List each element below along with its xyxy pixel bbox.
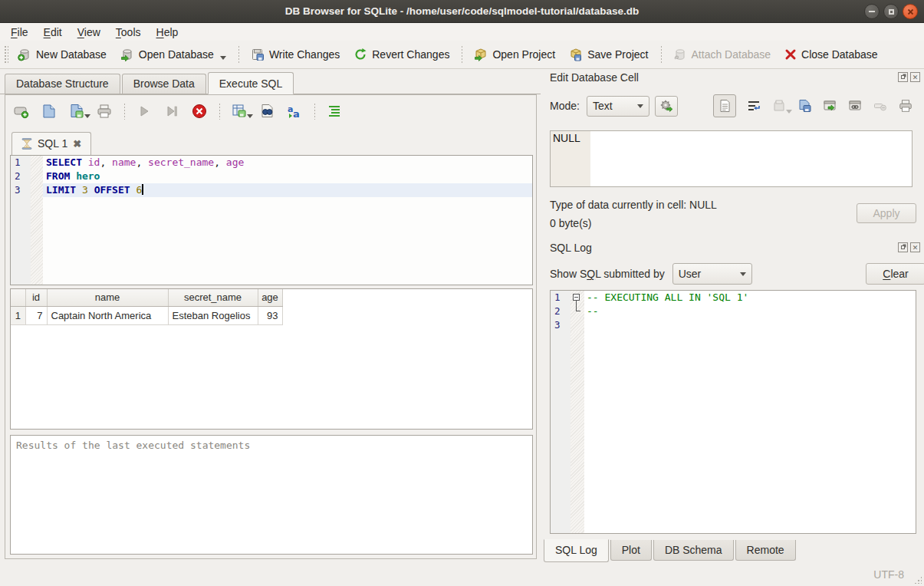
save-project-button[interactable]: Save Project (562, 44, 655, 65)
menu-help[interactable]: Help (149, 25, 186, 40)
close-dock-button[interactable]: ✕ (910, 72, 920, 82)
export-window-icon[interactable] (822, 98, 837, 114)
menu-tools[interactable]: Tools (108, 25, 149, 40)
import-settings-button[interactable] (655, 96, 678, 117)
tab-sql-log[interactable]: SQL Log (544, 539, 609, 562)
chevron-down-icon[interactable] (220, 56, 226, 60)
toolbar-separator (238, 45, 239, 64)
attach-database-icon (673, 48, 687, 61)
export-cell-icon[interactable] (797, 98, 812, 114)
tab-remote[interactable]: Remote (735, 540, 796, 561)
minimize-button[interactable] (864, 4, 880, 19)
gear-import-icon (659, 99, 673, 113)
chevron-down-icon (786, 110, 792, 114)
menu-edit[interactable]: Edit (36, 25, 70, 40)
float-icon (901, 75, 905, 79)
float-dock-button[interactable] (898, 72, 908, 82)
menu-file[interactable]: File (3, 25, 36, 40)
log-source-select[interactable]: User (672, 263, 752, 285)
clear-button[interactable]: Clear (866, 263, 924, 285)
window-title: DB Browser for SQLite - /home/user/code/… (285, 5, 639, 17)
resize-grip[interactable] (914, 576, 922, 584)
cell-value-editor[interactable]: NULL (550, 130, 912, 187)
close-dock-button[interactable]: ✕ (910, 242, 920, 252)
sql-tab-label: SQL 1 (38, 137, 67, 150)
apply-button: Apply (857, 203, 916, 223)
link-window-icon[interactable] (847, 98, 863, 114)
svg-text:a: a (293, 108, 300, 120)
fold-margin (571, 305, 584, 318)
format-icon[interactable] (326, 103, 343, 120)
tab-plot[interactable]: Plot (610, 540, 652, 561)
new-tab-icon[interactable] (13, 103, 30, 120)
save-project-icon (569, 48, 583, 61)
editor-line: 1 SELECT id, name, secret_name, age (11, 156, 532, 170)
results-grid[interactable]: id name secret_name age 1 7 Captain Nort… (10, 288, 533, 430)
minimize-icon (869, 11, 875, 12)
line-number: 2 (11, 170, 31, 183)
close-database-icon (784, 48, 797, 61)
word-wrap-icon[interactable] (746, 98, 761, 114)
cell-id[interactable]: 7 (25, 306, 47, 324)
new-database-icon (18, 48, 31, 61)
fold-margin (31, 183, 43, 197)
column-header[interactable]: id (25, 289, 47, 306)
maximize-button[interactable] (883, 4, 899, 19)
sql-editor[interactable]: 1 SELECT id, name, secret_name, age 2 FR… (10, 155, 533, 285)
find-icon[interactable] (258, 103, 275, 120)
chevron-down-icon[interactable] (84, 114, 90, 118)
print-icon[interactable] (96, 103, 113, 120)
mode-select[interactable]: Text (587, 96, 649, 117)
toolbar-separator (314, 103, 315, 120)
null-value: NULL (551, 131, 590, 186)
log-empty-area (551, 332, 916, 534)
stop-icon[interactable] (191, 103, 208, 120)
float-dock-button[interactable] (898, 242, 908, 252)
sql-toolbar: aa (13, 99, 343, 123)
results-message-box[interactable]: Results of the last executed statements (10, 435, 533, 555)
sql-log-editor[interactable]: 1 -- EXECUTING ALL IN 'SQL 1' 2 -- 3 (550, 290, 916, 534)
open-sql-file-icon[interactable] (41, 103, 58, 120)
import-cell-icon (771, 98, 787, 114)
tab-close-icon[interactable]: ✖ (73, 138, 81, 150)
cell-secret-name[interactable]: Esteban Rogelios (168, 306, 258, 324)
titlebar[interactable]: DB Browser for SQLite - /home/user/code/… (0, 0, 924, 23)
close-database-button[interactable]: Close Database (778, 44, 885, 64)
open-database-button[interactable]: Open Database (113, 44, 233, 65)
column-header[interactable]: secret_name (168, 289, 258, 306)
mode-row: Mode: Text (550, 94, 919, 117)
close-button[interactable] (903, 4, 918, 19)
open-project-button[interactable]: Open Project (467, 44, 562, 65)
table-row[interactable]: 1 7 Captain North America Esteban Rogeli… (11, 306, 282, 324)
print-cell-icon[interactable] (898, 98, 913, 114)
cell-age[interactable]: 93 (258, 306, 282, 324)
chevron-down-icon (740, 272, 746, 276)
save-results-icon[interactable] (231, 103, 248, 120)
encoding-indicator[interactable]: UTF-8 (873, 568, 904, 581)
column-header[interactable]: age (258, 289, 282, 306)
save-sql-file-icon[interactable] (68, 103, 85, 120)
menu-view[interactable]: View (70, 25, 108, 40)
chevron-down-icon[interactable] (247, 114, 253, 118)
text-mode-icon[interactable] (713, 94, 736, 117)
new-database-button[interactable]: New Database (11, 44, 113, 65)
statusbar: UTF-8 (0, 563, 924, 586)
auto-complete-icon[interactable]: aa (286, 103, 303, 120)
column-header[interactable]: name (47, 289, 168, 306)
sql-tab[interactable]: SQL 1 ✖ (12, 132, 91, 155)
tab-browse-data[interactable]: Browse Data (122, 74, 206, 94)
cell-type-info: Type of data currently in cell: NULL (550, 199, 717, 211)
tab-database-structure[interactable]: Database Structure (5, 74, 120, 94)
line-number: 1 (11, 156, 31, 170)
revert-changes-button[interactable]: Revert Changes (347, 44, 456, 65)
mode-label: Mode: (550, 100, 580, 112)
fold-collapse-icon[interactable] (573, 294, 580, 301)
right-panel: Edit Database Cell ✕ Mode: Text (541, 69, 924, 563)
tab-db-schema[interactable]: DB Schema (653, 540, 734, 561)
cell-editor-toolbar (713, 94, 913, 117)
tab-execute-sql[interactable]: Execute SQL (208, 72, 294, 94)
write-changes-button[interactable]: Write Changes (244, 44, 347, 65)
cell-name[interactable]: Captain North America (47, 306, 168, 324)
editor-line: 2 FROM hero (11, 170, 532, 183)
cell-size-info: 0 byte(s) (550, 217, 591, 229)
